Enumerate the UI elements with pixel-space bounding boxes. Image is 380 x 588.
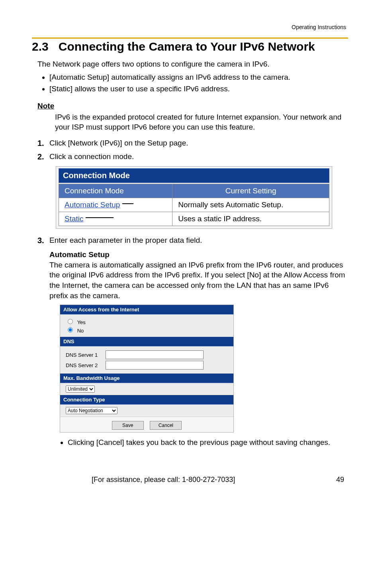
dns1-label: DNS Server 1 bbox=[66, 352, 102, 358]
connection-type-select[interactable]: Auto Negotiation bbox=[66, 407, 118, 414]
cancel-note-list: Clicking [Cancel] takes you back to the … bbox=[59, 437, 348, 448]
allow-no-radio[interactable] bbox=[68, 327, 73, 332]
col-header-mode: Connection Mode bbox=[59, 184, 172, 198]
dns2-label: DNS Server 2 bbox=[66, 362, 102, 368]
footer-assist: [For assistance, please call: 1-800-272-… bbox=[92, 476, 235, 484]
allow-yes-radio[interactable] bbox=[68, 319, 73, 324]
save-button[interactable]: Save bbox=[112, 421, 144, 430]
step-number: 2. bbox=[37, 151, 44, 162]
note-body: IPv6 is the expanded protocol created fo… bbox=[55, 112, 348, 132]
ipv6-settings-screenshot: Allow Access from the Internet Yes No DN… bbox=[60, 305, 234, 433]
table-row: Static Uses a static IP address. bbox=[59, 212, 329, 226]
automatic-setup-link[interactable]: Automatic Setup bbox=[65, 201, 120, 209]
header-rule bbox=[32, 37, 348, 39]
allow-yes-label: Yes bbox=[77, 319, 86, 325]
step-1: 1. Click [Network (IPv6)] on the Setup p… bbox=[37, 138, 348, 148]
callout-line bbox=[122, 203, 133, 204]
allow-access-header: Allow Access from the Internet bbox=[60, 305, 233, 315]
static-link[interactable]: Static bbox=[65, 214, 84, 223]
section-number: 2.3 bbox=[32, 40, 49, 53]
panel-title: Connection Mode bbox=[59, 168, 329, 183]
col-header-current: Current Setting bbox=[172, 184, 329, 198]
table-row: Automatic Setup Normally sets Automatic … bbox=[59, 198, 329, 212]
mode-description: Normally sets Automatic Setup. bbox=[172, 198, 329, 212]
step-2: 2. Click a connection mode. bbox=[37, 151, 348, 162]
connection-type-header: Connection Type bbox=[60, 395, 233, 405]
dns1-input[interactable] bbox=[106, 350, 204, 359]
callout-line bbox=[86, 217, 114, 218]
dns2-input[interactable] bbox=[106, 361, 204, 370]
note-label: Note bbox=[37, 102, 348, 110]
step-text: Enter each parameter in the proper data … bbox=[49, 236, 202, 244]
allow-no-label: No bbox=[77, 328, 84, 334]
dns-header: DNS bbox=[60, 337, 233, 346]
cancel-button[interactable]: Cancel bbox=[150, 421, 182, 430]
auto-setup-body: The camera is automatically assigned an … bbox=[49, 261, 345, 300]
auto-setup-title: Automatic Setup bbox=[49, 250, 110, 259]
intro-text: The Network page offers two options to c… bbox=[37, 59, 348, 69]
step-text: Click a connection mode. bbox=[49, 152, 134, 161]
cancel-note: Clicking [Cancel] takes you back to the … bbox=[68, 437, 348, 448]
connection-mode-table: Connection Mode Current Setting Automati… bbox=[59, 184, 329, 226]
connection-mode-screenshot: Connection Mode Connection Mode Current … bbox=[56, 166, 332, 229]
bandwidth-header: Max. Bandwidth Usage bbox=[60, 374, 233, 383]
section-title: 2.3 Connecting the Camera to Your IPv6 N… bbox=[32, 40, 348, 53]
step-number: 1. bbox=[37, 138, 44, 149]
list-item: [Static] allows the user to use a specif… bbox=[49, 83, 348, 94]
list-item: [Automatic Setup] automatically assigns … bbox=[49, 72, 348, 83]
option-list: [Automatic Setup] automatically assigns … bbox=[41, 72, 348, 94]
running-header: Operating Instructions bbox=[32, 24, 348, 30]
bandwidth-select[interactable]: Unlimited bbox=[66, 385, 95, 393]
step-number: 3. bbox=[37, 235, 44, 246]
step-3: 3. Enter each parameter in the proper da… bbox=[37, 235, 348, 246]
section-heading: Connecting the Camera to Your IPv6 Netwo… bbox=[59, 40, 315, 53]
mode-description: Uses a static IP address. bbox=[172, 212, 329, 226]
page-number: 49 bbox=[336, 476, 344, 484]
step-text: Click [Network (IPv6)] on the Setup page… bbox=[49, 139, 188, 147]
